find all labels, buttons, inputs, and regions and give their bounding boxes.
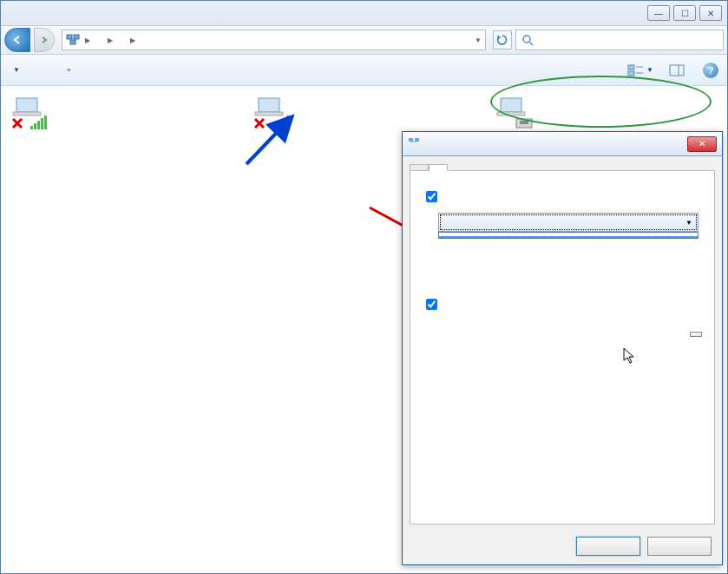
svg-rect-29 bbox=[501, 98, 521, 112]
svg-line-33 bbox=[246, 119, 290, 164]
minimize-button[interactable]: — bbox=[647, 5, 670, 21]
chevron-right-icon: ▶ bbox=[108, 36, 113, 44]
tabs bbox=[410, 163, 715, 170]
svg-rect-1 bbox=[74, 35, 79, 39]
svg-rect-2 bbox=[70, 40, 75, 44]
dialog-close-button[interactable]: ✕ bbox=[687, 136, 717, 152]
svg-rect-6 bbox=[628, 71, 634, 76]
annotation-arrow-blue bbox=[242, 112, 303, 173]
svg-rect-16 bbox=[41, 118, 43, 129]
svg-rect-30 bbox=[497, 112, 525, 115]
svg-rect-37 bbox=[415, 138, 419, 142]
svg-point-3 bbox=[523, 36, 530, 43]
ok-button[interactable] bbox=[576, 537, 640, 556]
preview-pane-button[interactable] bbox=[666, 61, 687, 80]
organize-menu[interactable]: ▼ bbox=[10, 66, 20, 74]
tab-panel-sharing: ▼ bbox=[410, 170, 715, 525]
chevron-right-icon: ▶ bbox=[130, 36, 135, 44]
svg-rect-11 bbox=[16, 98, 37, 112]
more-menu[interactable]: » bbox=[67, 66, 70, 74]
tab-sharing[interactable] bbox=[429, 164, 448, 171]
breadcrumb-item[interactable] bbox=[118, 38, 125, 42]
ethernet-icon bbox=[494, 95, 535, 131]
network-icon bbox=[408, 136, 420, 151]
svg-rect-15 bbox=[37, 121, 40, 129]
dialog-titlebar[interactable]: ✕ bbox=[403, 132, 722, 156]
svg-rect-12 bbox=[13, 112, 41, 115]
svg-rect-9 bbox=[670, 65, 684, 76]
allow-control-checkbox[interactable] bbox=[426, 299, 437, 310]
chevron-down-icon: ▼ bbox=[13, 66, 20, 74]
home-network-combo[interactable]: ▼ bbox=[438, 213, 698, 232]
chevron-down-icon[interactable]: ▼ bbox=[475, 36, 482, 44]
svg-rect-14 bbox=[34, 123, 36, 129]
svg-line-4 bbox=[529, 42, 533, 45]
view-options-button[interactable]: ▼ bbox=[630, 61, 651, 80]
search-input[interactable] bbox=[539, 34, 718, 46]
forward-button[interactable] bbox=[34, 28, 55, 52]
close-button[interactable]: ✕ bbox=[699, 5, 722, 21]
home-network-dropdown bbox=[438, 232, 698, 239]
search-box[interactable] bbox=[515, 30, 724, 50]
breadcrumb-item[interactable] bbox=[95, 38, 102, 42]
maximize-button[interactable]: ☐ bbox=[673, 5, 696, 21]
network-icon bbox=[66, 32, 80, 49]
address-bar[interactable]: ▶ ▶ ▶ ▼ bbox=[62, 30, 486, 50]
back-button[interactable] bbox=[4, 28, 30, 52]
svg-rect-0 bbox=[67, 35, 72, 39]
refresh-button[interactable] bbox=[493, 30, 512, 49]
svg-rect-13 bbox=[30, 126, 33, 129]
properties-dialog: ✕ ▼ bbox=[402, 131, 723, 565]
cancel-button[interactable] bbox=[647, 537, 712, 556]
settings-button[interactable] bbox=[690, 332, 702, 337]
window-titlebar: — ☐ ✕ bbox=[1, 1, 727, 25]
allow-sharing-checkbox[interactable] bbox=[426, 191, 437, 202]
svg-rect-17 bbox=[44, 115, 47, 129]
dropdown-option-selected[interactable] bbox=[439, 236, 698, 238]
svg-rect-32 bbox=[520, 121, 528, 124]
connection-item[interactable] bbox=[10, 95, 234, 131]
command-bar: ▼ » ▼ ? bbox=[1, 55, 727, 86]
svg-rect-20 bbox=[259, 98, 279, 112]
svg-rect-5 bbox=[628, 65, 634, 69]
connection-item-selected[interactable] bbox=[494, 95, 718, 131]
navigation-bar: ▶ ▶ ▶ ▼ bbox=[1, 25, 727, 55]
chevron-down-icon: ▼ bbox=[685, 219, 692, 227]
svg-rect-36 bbox=[409, 138, 413, 142]
search-icon bbox=[521, 34, 534, 46]
help-button[interactable]: ? bbox=[703, 63, 718, 78]
wireless-disconnected-icon bbox=[10, 95, 51, 131]
chevron-right-icon: ▶ bbox=[85, 36, 90, 44]
